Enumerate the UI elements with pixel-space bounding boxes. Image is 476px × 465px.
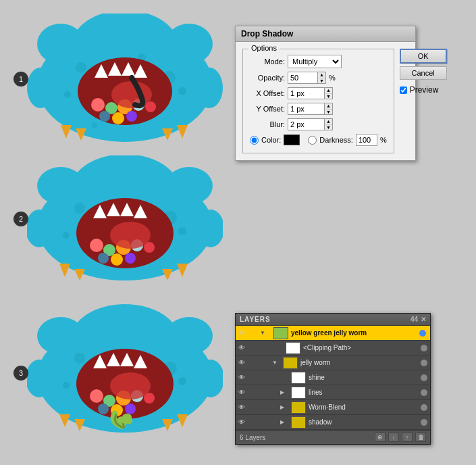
layer-row-2[interactable]: 👁 ▼ jelly worm <box>236 356 430 370</box>
eye-icon-6[interactable]: 👁 <box>236 415 248 430</box>
blur-input[interactable] <box>288 118 325 130</box>
eye-icon-5[interactable]: 👁 <box>236 400 248 415</box>
layer-icon-small-2 <box>249 356 259 370</box>
layer-name-0: yellow green jelly worm <box>291 329 418 337</box>
canvas-area: 1 <box>0 0 230 465</box>
layer-dot-5 <box>421 404 427 411</box>
x-offset-label: X Offset: <box>250 89 285 97</box>
eye-icon-4[interactable]: 👁 <box>236 385 248 400</box>
layers-title: LAYERS <box>240 316 271 323</box>
eye-icon-1[interactable]: 👁 <box>236 341 248 356</box>
color-swatch[interactable] <box>284 134 300 145</box>
layer-indicators-4 <box>421 389 427 396</box>
x-offset-up[interactable]: ▲ <box>325 88 332 94</box>
preview-row: Preview <box>400 85 447 95</box>
darkness-input[interactable] <box>356 134 377 146</box>
layer-row-0[interactable]: 👁 ▼ yellow green jelly worm <box>236 326 430 341</box>
svg-marker-53 <box>177 264 188 277</box>
color-radio[interactable] <box>250 136 259 145</box>
blur-down[interactable]: ▼ <box>325 125 332 130</box>
layer-name-4: lines <box>309 389 419 396</box>
layer-icon-small-5 <box>249 400 259 415</box>
layer-indicators-6 <box>421 419 427 426</box>
layer-row-4[interactable]: 👁 ▶ lines <box>236 385 430 400</box>
mode-label: Mode: <box>250 57 285 66</box>
color-radio-group: Color: <box>250 134 300 145</box>
layer-row-1[interactable]: 👁 <Clipping Path> <box>236 341 430 356</box>
x-offset-input[interactable] <box>288 87 325 99</box>
dialog-options: Options Mode: Multiply Normal Screen Ove… <box>242 49 394 153</box>
step-badge-3: 3 <box>14 366 28 381</box>
layer-row-3[interactable]: 👁 shine <box>236 370 430 385</box>
eye-icon-2[interactable]: 👁 <box>236 356 248 370</box>
opacity-input[interactable] <box>288 72 318 84</box>
svg-point-57 <box>178 227 186 235</box>
y-offset-up[interactable]: ▲ <box>325 103 332 109</box>
layers-footer: 6 Layers ⊕ ↓ ↑ 🗑 <box>236 430 430 444</box>
mode-select[interactable]: Multiply Normal Screen Overlay <box>288 55 342 68</box>
layers-add-btn[interactable]: ⊕ <box>375 433 386 442</box>
layer-icon-small-0 <box>249 326 259 341</box>
layers-panel: LAYERS 44 ✕ 👁 ▼ yellow green jelly worm … <box>235 313 431 445</box>
layers-count: 6 Layers <box>240 434 265 441</box>
thumbnail-1 <box>286 342 300 354</box>
step-badge-2: 2 <box>14 212 28 226</box>
svg-point-19 <box>126 111 137 122</box>
expand-6[interactable]: ▶ <box>280 419 288 425</box>
svg-point-78 <box>122 414 132 420</box>
svg-point-76 <box>125 403 136 414</box>
layer-dot-6 <box>421 419 427 426</box>
x-offset-down[interactable]: ▼ <box>325 94 332 99</box>
svg-point-28 <box>178 87 186 95</box>
y-offset-row: Y Offset: ▲ ▼ <box>250 103 387 115</box>
color-row: Color: Darkness: % <box>250 134 387 146</box>
layer-dot-0 <box>419 330 426 337</box>
expand-5[interactable]: ▶ <box>280 404 288 410</box>
opacity-down[interactable]: ▼ <box>318 78 325 84</box>
blur-spinner: ▲ ▼ <box>288 118 333 130</box>
eye-icon-0[interactable]: 👁 <box>236 326 248 341</box>
blur-arrows: ▲ ▼ <box>325 118 333 130</box>
layers-panel-control-1[interactable]: 44 <box>411 316 418 323</box>
svg-point-77 <box>110 372 151 399</box>
blur-up[interactable]: ▲ <box>325 119 332 125</box>
svg-point-49 <box>110 222 151 249</box>
darkness-radio-group: Darkness: % <box>308 134 386 146</box>
layers-move-up-btn[interactable]: ↑ <box>402 433 413 442</box>
y-offset-input[interactable] <box>288 103 325 115</box>
svg-point-26 <box>196 68 223 108</box>
svg-marker-21 <box>61 125 72 139</box>
ok-button[interactable]: OK <box>400 49 447 64</box>
cancel-button[interactable]: Cancel <box>400 66 447 80</box>
dialog-buttons: OK Cancel Preview <box>400 49 447 153</box>
layers-panel-close[interactable]: ✕ <box>421 316 426 323</box>
layer-row-6[interactable]: 👁 ▶ shadow <box>236 415 430 430</box>
opacity-spinner: ▲ ▼ <box>288 72 326 84</box>
darkness-radio[interactable] <box>308 136 317 145</box>
preview-checkbox[interactable] <box>400 87 407 94</box>
mode-row: Mode: Multiply Normal Screen Overlay <box>250 55 387 68</box>
options-legend: Options <box>248 44 280 52</box>
svg-point-4 <box>76 62 86 73</box>
monster-3: 3 <box>14 304 223 441</box>
layer-icon-small-3 <box>249 370 259 385</box>
eye-icon-3[interactable]: 👁 <box>236 370 248 385</box>
svg-point-41 <box>90 239 103 252</box>
layers-delete-btn[interactable]: 🗑 <box>415 433 426 442</box>
expand-4[interactable]: ▶ <box>280 389 288 395</box>
layer-name-1: <Clipping Path> <box>303 344 419 351</box>
monster-2: 2 <box>14 155 223 283</box>
monster-svg-2 <box>27 155 223 280</box>
svg-marker-24 <box>177 125 188 139</box>
layers-move-down-btn[interactable]: ↓ <box>388 433 399 442</box>
opacity-up[interactable]: ▲ <box>318 72 325 78</box>
svg-point-62 <box>74 353 85 364</box>
y-offset-down[interactable]: ▼ <box>325 109 332 115</box>
layer-dot-1 <box>421 345 427 351</box>
expand-2[interactable]: ▼ <box>272 360 280 366</box>
drop-shadow-dialog: Drop Shadow Options Mode: Multiply Norma… <box>235 26 416 161</box>
svg-point-74 <box>98 403 109 414</box>
svg-point-27 <box>64 91 71 98</box>
layer-dot-2 <box>421 360 427 366</box>
layer-row-5[interactable]: 👁 ▶ Worm·Blend <box>236 400 430 415</box>
